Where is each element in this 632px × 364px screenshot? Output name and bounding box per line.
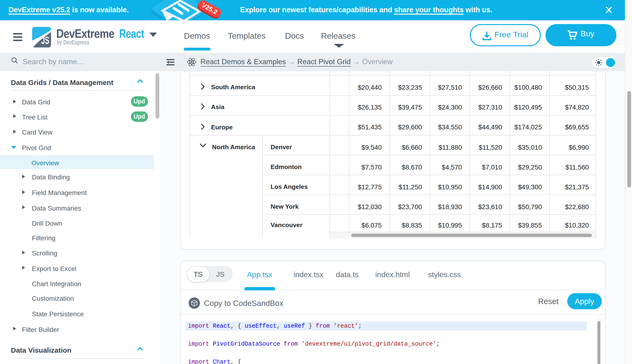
svg-text:JS: JS	[41, 34, 49, 46]
